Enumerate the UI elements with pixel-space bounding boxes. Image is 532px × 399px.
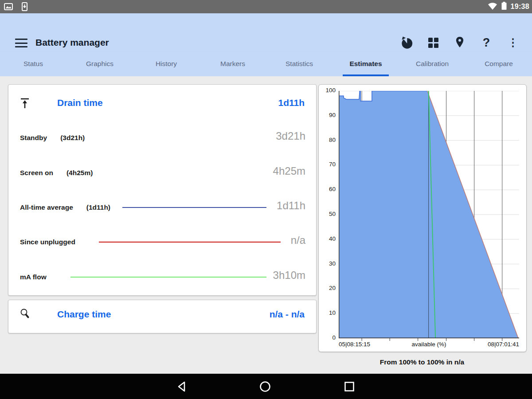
drain-time-title: Drain time	[57, 98, 103, 108]
all-time-average-value: 1d11h	[277, 200, 305, 212]
location-pin-icon[interactable]	[452, 35, 467, 51]
content-area: Drain time 1d11h Standby(3d21h) 3d21h Sc…	[0, 76, 532, 374]
tab-estimates[interactable]: Estimates	[332, 51, 399, 76]
pie-chart-icon[interactable]	[399, 35, 414, 51]
device-download-icon	[20, 2, 29, 13]
tab-status[interactable]: Status	[0, 51, 66, 76]
help-icon[interactable]: ?	[479, 35, 494, 51]
menu-icon[interactable]	[15, 39, 27, 47]
ma-flow-line	[70, 277, 266, 278]
row-standby: Standby(3d21h) 3d21h	[8, 133, 316, 146]
screen-on-value: 4h25m	[273, 165, 305, 177]
row-all-time-average: All-time average(1d11h) 1d11h	[8, 202, 316, 215]
recents-button[interactable]	[343, 380, 356, 393]
charge-time-card[interactable]: Charge time n/a - n/a	[8, 300, 317, 333]
row-since-unplugged: Since unplugged n/a	[8, 237, 316, 250]
screen: 19:38 Battery manager ?	[0, 0, 532, 399]
since-unplugged-value: n/a	[291, 234, 305, 246]
standby-value: 3d21h	[276, 130, 305, 142]
battery-trend-plot	[339, 91, 519, 342]
wifi-icon	[488, 1, 497, 12]
tab-history[interactable]: History	[133, 51, 200, 76]
status-time: 19:38	[511, 3, 529, 11]
back-button[interactable]	[175, 380, 188, 393]
charge-time-title: Charge time	[57, 309, 111, 320]
since-unplugged-line	[99, 242, 281, 243]
tab-graphics[interactable]: Graphics	[66, 51, 133, 76]
status-bar: 19:38	[0, 0, 532, 13]
tab-calibration[interactable]: Calibration	[399, 51, 466, 76]
drain-to-top-icon	[19, 97, 31, 111]
row-ma-flow: mA flow 3h10m	[8, 272, 316, 285]
android-nav-bar	[0, 374, 532, 399]
charge-time-value: n/a - n/a	[270, 309, 305, 320]
estimate-summary: From 100% to 100% in n/a	[318, 358, 526, 366]
search-icon	[19, 307, 31, 321]
battery-icon	[501, 1, 507, 12]
row-screen-on: Screen on(4h25m) 4h25m	[8, 168, 316, 181]
tab-markers[interactable]: Markers	[200, 51, 266, 76]
tab-bar: Status Graphics History Markers Statisti…	[0, 51, 532, 76]
battery-trend-chart-card[interactable]: 0102030405060708090100 05|08:15:15 avail…	[318, 84, 527, 352]
tab-compare[interactable]: Compare	[466, 51, 532, 76]
screenshot-icon	[4, 2, 13, 13]
ma-flow-value: 3h10m	[273, 269, 305, 282]
all-time-average-line	[122, 207, 266, 208]
chart-x-axis-labels: 05|08:15:15 available (%) 08|07:01:41	[339, 341, 519, 349]
drain-time-card: Drain time 1d11h Standby(3d21h) 3d21h Sc…	[8, 84, 317, 296]
apps-grid-icon[interactable]	[426, 35, 441, 51]
overflow-icon[interactable]: ⋮	[505, 35, 520, 51]
page-title: Battery manager	[35, 37, 109, 48]
app-bar: Battery manager ? ⋮	[0, 13, 532, 51]
drain-time-header[interactable]: Drain time 1d11h	[8, 94, 316, 114]
tab-statistics[interactable]: Statistics	[266, 51, 332, 76]
drain-time-value: 1d11h	[278, 98, 305, 108]
x-end-label: 08|07:01:41	[339, 341, 519, 348]
home-button[interactable]	[258, 380, 272, 393]
